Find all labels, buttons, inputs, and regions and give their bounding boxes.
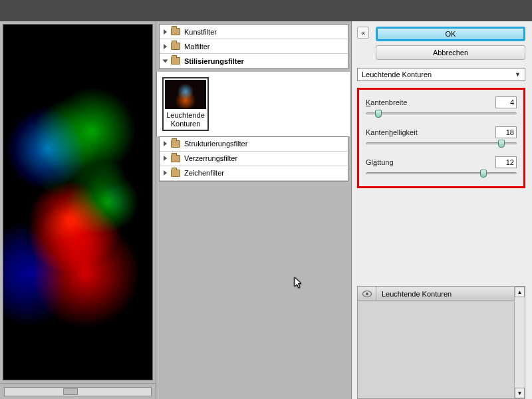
slider-thumb[interactable] [375,110,382,118]
folder-icon [171,140,180,148]
filter-thumbnails: LeuchtendeKonturen [156,72,351,136]
disclosure-triangle-icon [164,170,167,176]
tree-label: Kunstfilter [184,28,217,36]
filter-category-list-lower: Strukturierungsfilter Verzerrungsfilter … [159,136,348,182]
tree-row-stilisierungsfilter[interactable]: Stilisierungsfilter [160,54,348,68]
chevron-up-icon: « [361,29,365,37]
disclosure-triangle-icon [164,156,167,161]
folder-icon [171,28,180,35]
slider-label: Kantenhelligkeit [366,128,418,136]
preview-zoom-bar [0,383,156,399]
scroll-up-button[interactable]: ▲ [515,287,525,297]
slider-thumb[interactable] [498,140,505,148]
collapse-panel-button[interactable]: « [357,27,369,39]
tree-label: Strukturierungsfilter [184,140,247,148]
preview-image[interactable] [3,25,152,380]
chevron-down-icon: ▼ [515,71,521,78]
thumb-image [165,80,206,109]
tree-label: Verzerrungsfilter [184,154,237,162]
tree-empty-area [156,184,351,399]
disclosure-triangle-icon [164,29,167,35]
cancel-button[interactable]: Abbrechen [376,45,525,60]
tree-label: Zeichenfilter [184,169,224,177]
filter-gallery-dialog: Kunstfilter Malfilter Stilisierungsfilte… [0,21,532,399]
tree-row-strukturierungsfilter[interactable]: Strukturierungsfilter [160,137,348,152]
filter-layer-row[interactable]: Leuchtende Konturen [358,287,514,301]
tree-label: Stilisierungsfilter [184,57,244,65]
filter-preset-dropdown[interactable]: Leuchtende Konturen ▼ [357,68,525,81]
preview-image-frame [3,24,153,380]
scroll-down-button[interactable]: ▼ [515,388,525,398]
slider-group-highlight: Kantenbreite Kantenhelligkeit Glät [357,88,525,188]
disclosure-triangle-icon [164,141,167,146]
applied-filters-list: Leuchtende Konturen ▲ ▼ [357,286,525,399]
visibility-toggle[interactable] [358,287,376,301]
dialog-button-row: « OK Abbrechen [357,27,525,60]
preview-panel [0,21,156,399]
slider-track[interactable] [366,172,517,174]
folder-icon [171,43,180,50]
folder-icon [171,170,180,177]
controls-panel: « OK Abbrechen Leuchtende Konturen ▼ Kan… [352,21,532,399]
slider-value-input[interactable] [495,96,517,108]
tree-row-malfilter[interactable]: Malfilter [160,39,348,54]
slider-thumb[interactable] [480,170,487,178]
slider-value-input[interactable] [495,126,517,138]
horizontal-scrollbar[interactable] [4,387,152,396]
ok-button[interactable]: OK [376,27,525,41]
eye-icon [362,291,372,297]
slider-kantenbreite: Kantenbreite [366,96,517,114]
slider-value-input[interactable] [495,156,517,168]
filter-layers-empty [358,301,514,398]
slider-glaettung: Glättung [366,156,517,174]
slider-track[interactable] [366,112,517,114]
disclosure-triangle-icon [163,59,168,63]
thumb-leuchtende-konturen[interactable]: LeuchtendeKonturen [162,77,209,131]
filter-category-list: Kunstfilter Malfilter Stilisierungsfilte… [159,24,348,69]
dropdown-selected-label: Leuchtende Konturen [362,70,432,78]
tree-row-zeichenfilter[interactable]: Zeichenfilter [160,166,348,181]
slider-label: Kantenbreite [366,98,407,106]
ok-button-label: OK [446,30,456,38]
disclosure-triangle-icon [164,44,167,49]
slider-track[interactable] [366,142,517,144]
tree-label: Malfilter [184,43,210,51]
vertical-scrollbar[interactable]: ▲ ▼ [514,287,525,398]
cancel-button-label: Abbrechen [433,49,468,57]
tree-row-verzerrungsfilter[interactable]: Verzerrungsfilter [160,152,348,166]
filter-tree-panel: Kunstfilter Malfilter Stilisierungsfilte… [156,21,352,399]
filter-layer-label: Leuchtende Konturen [376,290,452,298]
folder-icon [171,155,180,162]
folder-icon [171,57,180,65]
thumb-label: LeuchtendeKonturen [165,109,206,128]
tree-row-kunstfilter[interactable]: Kunstfilter [160,25,348,39]
slider-label: Glättung [366,158,394,166]
slider-kantenhelligkeit: Kantenhelligkeit [366,126,517,144]
